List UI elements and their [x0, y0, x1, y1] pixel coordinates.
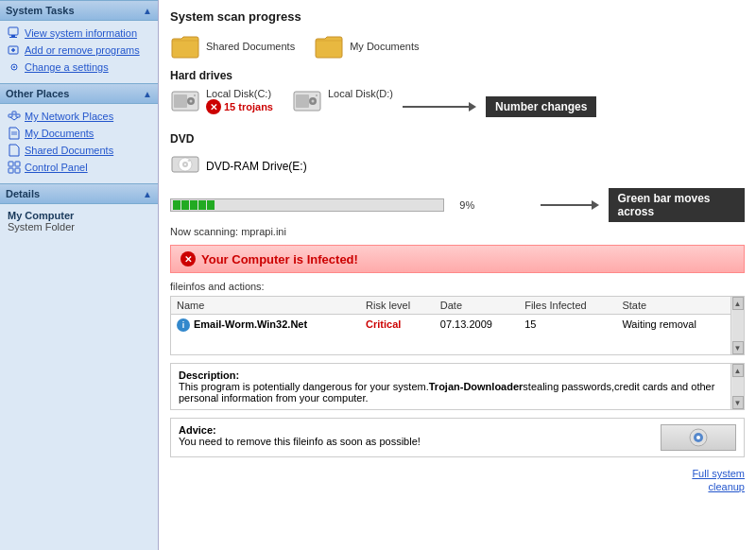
description-box: Description: This program is potentially…: [170, 363, 745, 410]
error-icon-c: ✕: [206, 99, 221, 114]
sidebar-item-mydocs[interactable]: My Documents: [8, 127, 150, 140]
drive-c-info: Local Disk(C:) ✕ 15 trojans: [206, 88, 273, 114]
progress-seg-2: [181, 200, 189, 210]
progress-bar-fill: [171, 198, 216, 212]
infected-banner: ✕ Your Computer is Infected!: [170, 245, 745, 273]
svg-rect-20: [174, 95, 187, 108]
settings-icon: [8, 60, 21, 74]
system-tasks-section: System Tasks ▲ View system information A…: [0, 0, 158, 83]
svg-rect-16: [15, 162, 20, 166]
svg-point-32: [184, 163, 186, 165]
hard-drives-area: Local Disk(C:) ✕ 15 trojans: [170, 88, 745, 125]
hdd-d-icon: [292, 88, 322, 117]
sidebar-item-network[interactable]: My Network Places: [8, 110, 150, 123]
callout-arrowhead: [469, 102, 476, 112]
green-bar-callout-box: Green bar moves across: [609, 188, 746, 222]
drive-d: Local Disk(D:): [292, 88, 393, 117]
scanning-text: Now scanning: mprapi.ini: [170, 226, 745, 237]
desc-scrollbar[interactable]: ▲ ▼: [730, 364, 744, 409]
folder-shared-icon: [170, 33, 200, 60]
svg-rect-8: [9, 114, 12, 117]
info-icon: i: [177, 318, 190, 332]
progress-section: 9% Green bar moves across Now scanning: …: [170, 188, 745, 237]
description-text1: This program is potentially dangerous fo…: [179, 381, 429, 392]
progress-bar-row: 9% Green bar moves across: [170, 188, 745, 222]
svg-line-11: [10, 117, 14, 120]
table-scrollbar[interactable]: ▲ ▼: [730, 297, 744, 354]
details-section: Details ▲ My Computer System Folder: [0, 183, 158, 238]
advice-button[interactable]: [661, 424, 736, 451]
description-bold: Trojan-Downloader: [429, 381, 524, 392]
progress-seg-5: [207, 200, 215, 210]
cleanup-link[interactable]: Full system cleanup: [692, 468, 745, 492]
collapse-arrow-places[interactable]: ▲: [143, 89, 152, 99]
drive-d-info: Local Disk(D:): [328, 88, 393, 99]
col-state: State: [616, 297, 730, 315]
callout-box: Number changes: [486, 96, 596, 117]
sidebar: System Tasks ▲ View system information A…: [0, 0, 159, 550]
details-header: Details ▲: [0, 183, 158, 204]
description-title: Description:: [179, 370, 239, 381]
svg-point-33: [188, 160, 191, 162]
green-bar-callout-line: [541, 204, 591, 206]
desc-scrollbar-down[interactable]: ▼: [732, 396, 744, 409]
svg-rect-25: [296, 95, 309, 108]
folder-shared-label: Shared Documents: [206, 41, 295, 52]
sidebar-item-shared[interactable]: Shared Documents: [8, 144, 150, 157]
cleanup-link-area: Full system cleanup: [170, 467, 745, 493]
other-places-header: Other Places ▲: [0, 83, 158, 104]
desc-scrollbar-up[interactable]: ▲: [732, 364, 744, 377]
network-icon: [8, 110, 21, 123]
shared-icon: [8, 144, 21, 157]
dvd-item: DVD-RAM Drive(E:): [170, 151, 745, 180]
progress-bar-container: [170, 198, 444, 212]
sidebar-item-view-system[interactable]: View system information: [8, 26, 150, 40]
computer-icon: [8, 26, 21, 40]
hard-drives-label: Hard drives: [170, 69, 745, 82]
sidebar-item-add-remove[interactable]: Add or remove programs: [8, 43, 150, 57]
progress-seg-1: [173, 200, 180, 210]
drives-row: Local Disk(C:) ✕ 15 trojans: [170, 88, 393, 117]
svg-rect-17: [9, 168, 13, 173]
cell-name: i Email-Worm.Win32.Net: [171, 315, 360, 336]
sidebar-item-control-panel[interactable]: Control Panel: [8, 161, 150, 174]
dvd-drive-name: DVD-RAM Drive(E:): [206, 160, 307, 173]
scrollbar-up-btn[interactable]: ▲: [732, 297, 744, 310]
svg-rect-9: [12, 112, 16, 114]
documents-icon: [8, 127, 21, 140]
table-row[interactable]: i Email-Worm.Win32.Net Critical 07.13.20…: [171, 315, 744, 336]
collapse-arrow-system[interactable]: ▲: [143, 6, 152, 16]
dvd-label: DVD: [170, 132, 745, 146]
file-table-wrapper: Name Risk level Date Files Infected Stat…: [170, 296, 745, 355]
green-bar-callout-area: Green bar moves across: [541, 188, 745, 222]
scrollbar-down-btn[interactable]: ▼: [732, 341, 744, 354]
svg-point-22: [190, 100, 193, 103]
advice-text: You need to remove this fileinfo as soon…: [179, 436, 421, 447]
advice-btn-icon: [689, 428, 708, 447]
hdd-c-icon: [170, 88, 200, 117]
svg-rect-10: [16, 114, 20, 117]
svg-rect-1: [11, 35, 15, 37]
collapse-arrow-details[interactable]: ▲: [143, 189, 152, 199]
table-header-row: Name Risk level Date Files Infected Stat…: [171, 297, 744, 315]
filename: Email-Worm.Win32.Net: [194, 318, 307, 330]
svg-rect-15: [9, 162, 13, 166]
risk-critical: Critical: [366, 318, 401, 330]
col-date: Date: [435, 297, 519, 315]
svg-point-7: [13, 66, 15, 68]
sidebar-item-change-settings[interactable]: Change a settings: [8, 60, 150, 74]
svg-line-12: [14, 117, 18, 120]
details-title: My Computer: [8, 210, 150, 221]
cell-files-infected: 15: [519, 315, 616, 336]
cell-risk: Critical: [360, 315, 435, 336]
folder-shared: Shared Documents: [170, 33, 295, 60]
folder-mydocs: My Documents: [314, 33, 419, 60]
cell-state: Waiting removal: [616, 315, 730, 336]
folders-row: Shared Documents My Documents: [170, 33, 745, 60]
col-files-infected: Files Infected: [519, 297, 616, 315]
green-bar-callout-arrow: [592, 200, 599, 210]
svg-rect-0: [9, 27, 18, 35]
fileinfos-label: fileinfos and actions:: [170, 281, 745, 292]
system-tasks-content: View system information Add or remove pr…: [0, 21, 158, 83]
other-places-section: Other Places ▲ My Network Places My Docu…: [0, 83, 158, 183]
